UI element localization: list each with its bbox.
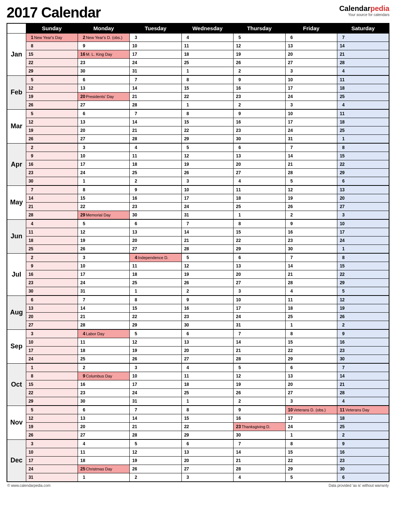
- day-cell: 21: [337, 50, 389, 59]
- day-cell: 27: [78, 135, 129, 144]
- day-number: 11: [286, 296, 294, 304]
- day-number: 13: [78, 84, 86, 92]
- day-cell: 14: [130, 84, 181, 93]
- day-cell: 16: [234, 84, 285, 93]
- day-cell: 26: [337, 313, 389, 321]
- day-cell: 22: [26, 389, 78, 397]
- day-number: 26: [130, 465, 138, 473]
- day-cell: 21: [234, 347, 285, 355]
- week-row: 262728293012: [7, 431, 389, 440]
- day-cell: 31: [26, 473, 78, 482]
- day-number: 5: [182, 254, 190, 262]
- day-number: 9: [337, 440, 345, 448]
- day-number: 5: [234, 34, 242, 42]
- day-cell: 27: [78, 101, 129, 110]
- week-row: 22232425262728: [7, 59, 389, 67]
- day-cell: 12: [26, 118, 78, 126]
- day-cell: 4: [130, 143, 181, 152]
- day-cell: 29: [234, 245, 285, 254]
- day-cell: 26: [234, 59, 285, 67]
- day-cell: 14: [181, 228, 233, 236]
- day-cell: 11: [337, 75, 389, 84]
- day-cell: 6: [285, 363, 337, 372]
- day-number: 4: [337, 397, 345, 405]
- day-cell: 6: [78, 406, 129, 414]
- day-number: 16: [234, 84, 242, 92]
- day-number: 2: [234, 67, 242, 75]
- day-number: 28: [234, 355, 242, 363]
- day-number: 7: [337, 34, 345, 42]
- day-cell: 1: [285, 431, 337, 440]
- day-number: 12: [26, 84, 34, 92]
- month-label: Jan: [7, 33, 26, 75]
- day-number: 24: [130, 389, 138, 397]
- day-number: 1: [286, 321, 294, 329]
- day-number: 13: [182, 448, 190, 456]
- day-cell: 30: [285, 245, 337, 254]
- day-number: 11: [182, 42, 190, 50]
- day-cell: 13: [234, 262, 285, 270]
- day-cell: 22: [181, 93, 233, 101]
- day-number: 1: [130, 287, 138, 295]
- day-cell: 19: [78, 236, 129, 245]
- day-number: 10: [182, 186, 190, 194]
- day-number: 6: [337, 473, 345, 481]
- dow-mon: Monday: [78, 23, 129, 33]
- week-row: 23242526272829: [7, 169, 389, 177]
- day-number: 3: [130, 34, 138, 42]
- footer-left: © www.calendarpedia.com: [7, 484, 51, 488]
- day-number: 5: [182, 144, 190, 152]
- dow-sat: Saturday: [337, 23, 389, 33]
- month-label: Jul: [7, 253, 26, 296]
- day-cell: 4: [337, 67, 389, 76]
- day-cell: 26: [78, 245, 129, 254]
- day-cell: 14: [337, 42, 389, 50]
- day-number: 13: [130, 228, 138, 236]
- day-number: 25: [78, 355, 86, 363]
- holiday-label: Columbus Day: [86, 372, 112, 380]
- day-number: 9: [78, 372, 86, 380]
- day-number: 29: [337, 169, 345, 177]
- day-cell: 31: [130, 397, 181, 406]
- day-number: 23: [26, 169, 34, 177]
- day-cell: 25: [181, 59, 233, 67]
- day-number: 7: [78, 296, 86, 304]
- day-cell: 17: [181, 194, 233, 203]
- day-cell: 31: [285, 135, 337, 144]
- brand-tagline: Your source for calendars: [339, 13, 389, 17]
- day-cell: 8: [234, 219, 285, 228]
- day-number: 18: [26, 236, 34, 245]
- day-cell: 14: [130, 414, 181, 423]
- day-number: 14: [337, 372, 345, 380]
- month-label: Oct: [7, 363, 26, 406]
- day-cell: 9: [234, 406, 285, 414]
- day-number: 24: [337, 236, 345, 245]
- day-number: 20: [234, 160, 242, 168]
- day-cell: 25: [285, 313, 337, 321]
- day-number: 22: [337, 270, 345, 278]
- day-number: 14: [234, 448, 242, 456]
- day-cell: 17: [285, 118, 337, 126]
- week-row: 31123456: [7, 473, 389, 482]
- week-row: 10111213141516: [7, 338, 389, 347]
- day-cell: 3: [337, 211, 389, 220]
- day-cell: 15: [78, 194, 129, 203]
- day-cell: 23: [78, 389, 129, 397]
- day-cell: 27: [130, 245, 181, 254]
- day-cell: 7: [285, 253, 337, 262]
- day-number: 17: [26, 457, 34, 465]
- day-cell: 15: [181, 84, 233, 93]
- day-number: 20: [130, 236, 138, 245]
- day-number: 17: [286, 84, 294, 92]
- day-number: 20: [234, 270, 242, 278]
- day-number: 7: [234, 330, 242, 338]
- day-number: 15: [234, 228, 242, 236]
- day-cell: 30: [78, 397, 129, 406]
- day-number: 21: [130, 93, 138, 101]
- day-number: 5: [26, 110, 34, 118]
- day-cell: 6: [26, 296, 78, 304]
- day-number: 2: [337, 431, 345, 439]
- day-number: 27: [130, 245, 138, 253]
- day-number: 13: [286, 372, 294, 380]
- day-cell: 19: [130, 457, 181, 465]
